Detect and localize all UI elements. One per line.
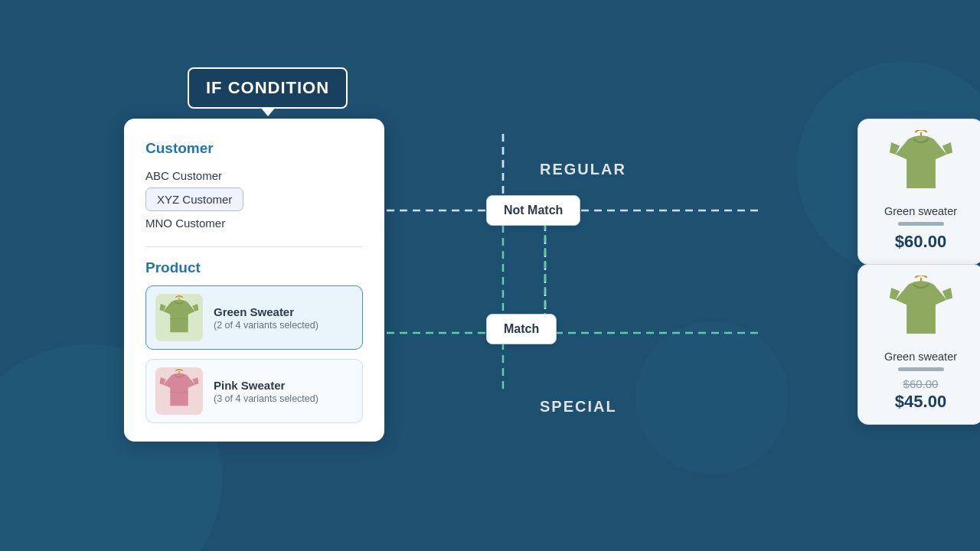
product-info-green: Green Sweater (2 of 4 variants selected) — [214, 305, 318, 331]
product-card-special: Green sweater $60.00 $45.00 — [858, 264, 980, 425]
regular-card-price-bar — [898, 222, 944, 226]
special-card-sale-price: $45.00 — [869, 392, 972, 412]
customer-item-xyz[interactable]: XYZ Customer — [145, 187, 243, 211]
product-info-pink: Pink Sweater (3 of 4 variants selected) — [214, 379, 318, 404]
regular-label: REGULAR — [540, 161, 626, 178]
if-condition-label: IF CONDITION — [206, 78, 329, 97]
product-thumb-green — [155, 294, 203, 341]
if-condition-badge: IF CONDITION — [188, 67, 348, 109]
match-label: Match — [504, 322, 539, 335]
special-card-sweater-icon — [883, 276, 959, 344]
product-section-title: Product — [145, 259, 363, 276]
customer-section-title: Customer — [145, 140, 363, 157]
product-name-pink: Pink Sweater — [214, 379, 318, 392]
product-variants-pink: (3 of 4 variants selected) — [214, 393, 318, 404]
customer-item-mno[interactable]: MNO Customer — [145, 214, 363, 233]
special-card-original-price: $60.00 — [869, 377, 972, 390]
customer-item-abc[interactable]: ABC Customer — [145, 166, 363, 185]
special-card-price-bar — [898, 367, 944, 371]
pink-sweater-icon — [155, 360, 203, 422]
product-item-pink[interactable]: Pink Sweater (3 of 4 variants selected) — [145, 359, 363, 423]
section-divider — [145, 246, 363, 247]
product-list: Green Sweater (2 of 4 variants selected)… — [145, 285, 363, 423]
product-name-green: Green Sweater — [214, 305, 318, 318]
regular-card-sweater-icon — [883, 130, 959, 199]
not-match-label: Not Match — [504, 204, 563, 217]
flow-diagram: Not Match Match REGULAR SPECIAL Green sw… — [387, 119, 980, 486]
customer-list: ABC Customer XYZ Customer MNO Customer — [145, 166, 363, 233]
special-label: SPECIAL — [540, 398, 617, 416]
product-card-regular: Green sweater $60.00 — [858, 119, 980, 265]
special-card-name: Green sweater — [869, 350, 972, 363]
green-sweater-icon — [155, 287, 203, 348]
regular-card-price: $60.00 — [869, 232, 972, 252]
not-match-node: Not Match — [486, 195, 580, 226]
condition-panel: Customer ABC Customer XYZ Customer MNO C… — [124, 119, 384, 442]
match-node: Match — [486, 314, 557, 344]
regular-card-name: Green sweater — [869, 205, 972, 217]
product-variants-green: (2 of 4 variants selected) — [214, 320, 318, 331]
product-thumb-pink — [155, 367, 203, 415]
product-item-green[interactable]: Green Sweater (2 of 4 variants selected) — [145, 285, 363, 350]
